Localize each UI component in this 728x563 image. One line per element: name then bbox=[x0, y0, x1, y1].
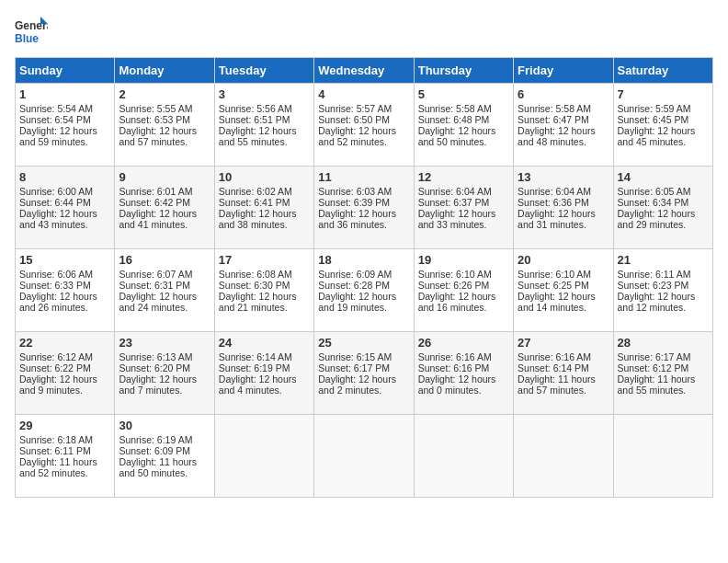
daylight-text: Daylight: 12 hours and 26 minutes. bbox=[19, 291, 97, 313]
sunrise-text: Sunrise: 6:03 AM bbox=[318, 186, 392, 197]
sunset-text: Sunset: 6:33 PM bbox=[19, 280, 91, 291]
sunset-text: Sunset: 6:34 PM bbox=[618, 197, 689, 208]
calendar-cell: 3 Sunrise: 5:56 AM Sunset: 6:51 PM Dayli… bbox=[214, 84, 313, 167]
calendar-week-row: 15 Sunrise: 6:06 AM Sunset: 6:33 PM Dayl… bbox=[16, 249, 713, 332]
calendar-cell: 30 Sunrise: 6:19 AM Sunset: 6:09 PM Dayl… bbox=[115, 415, 214, 498]
sunset-text: Sunset: 6:31 PM bbox=[119, 280, 190, 291]
sunrise-text: Sunrise: 6:07 AM bbox=[119, 269, 192, 280]
sunrise-text: Sunrise: 5:57 AM bbox=[318, 103, 392, 114]
calendar-cell: 20 Sunrise: 6:10 AM Sunset: 6:25 PM Dayl… bbox=[514, 249, 613, 332]
calendar-cell: 17 Sunrise: 6:08 AM Sunset: 6:30 PM Dayl… bbox=[214, 249, 313, 332]
calendar-week-row: 8 Sunrise: 6:00 AM Sunset: 6:44 PM Dayli… bbox=[16, 167, 713, 249]
sunset-text: Sunset: 6:25 PM bbox=[518, 280, 589, 291]
sunset-text: Sunset: 6:22 PM bbox=[19, 362, 91, 373]
sunrise-text: Sunrise: 6:05 AM bbox=[618, 186, 691, 197]
calendar-cell: 26 Sunrise: 6:16 AM Sunset: 6:16 PM Dayl… bbox=[414, 332, 513, 415]
calendar-cell: 6 Sunrise: 5:58 AM Sunset: 6:47 PM Dayli… bbox=[514, 84, 613, 167]
daylight-text: Daylight: 12 hours and 48 minutes. bbox=[518, 125, 596, 147]
header-monday: Monday bbox=[115, 58, 214, 84]
sunrise-text: Sunrise: 6:06 AM bbox=[19, 269, 93, 280]
calendar-cell: 16 Sunrise: 6:07 AM Sunset: 6:31 PM Dayl… bbox=[115, 249, 214, 332]
sunrise-text: Sunrise: 6:14 AM bbox=[219, 351, 292, 362]
calendar-week-row: 29 Sunrise: 6:18 AM Sunset: 6:11 PM Dayl… bbox=[16, 415, 713, 498]
sunset-text: Sunset: 6:37 PM bbox=[418, 197, 490, 208]
calendar-cell: 10 Sunrise: 6:02 AM Sunset: 6:41 PM Dayl… bbox=[214, 167, 313, 249]
sunset-text: Sunset: 6:53 PM bbox=[119, 114, 190, 125]
day-number: 24 bbox=[219, 336, 310, 350]
calendar-cell: 25 Sunrise: 6:15 AM Sunset: 6:17 PM Dayl… bbox=[314, 332, 414, 415]
day-number: 17 bbox=[219, 253, 310, 267]
sunset-text: Sunset: 6:19 PM bbox=[219, 362, 290, 373]
daylight-text: Daylight: 12 hours and 21 minutes. bbox=[219, 291, 297, 313]
page-header: General Blue bbox=[15, 15, 713, 48]
sunrise-text: Sunrise: 6:19 AM bbox=[119, 434, 192, 445]
day-number: 21 bbox=[618, 253, 709, 267]
calendar-cell: 23 Sunrise: 6:13 AM Sunset: 6:20 PM Dayl… bbox=[115, 332, 214, 415]
daylight-text: Daylight: 12 hours and 2 minutes. bbox=[318, 373, 396, 396]
daylight-text: Daylight: 11 hours and 52 minutes. bbox=[19, 456, 97, 478]
sunrise-text: Sunrise: 6:00 AM bbox=[19, 186, 93, 197]
sunset-text: Sunset: 6:36 PM bbox=[518, 197, 589, 208]
day-number: 13 bbox=[518, 170, 609, 184]
daylight-text: Daylight: 12 hours and 41 minutes. bbox=[119, 208, 197, 230]
day-number: 6 bbox=[518, 87, 609, 101]
day-number: 26 bbox=[418, 336, 509, 350]
day-number: 16 bbox=[119, 253, 210, 267]
day-number: 22 bbox=[19, 336, 110, 350]
header-saturday: Saturday bbox=[613, 58, 712, 84]
calendar-cell: 14 Sunrise: 6:05 AM Sunset: 6:34 PM Dayl… bbox=[613, 167, 712, 249]
sunset-text: Sunset: 6:14 PM bbox=[518, 362, 589, 373]
day-number: 29 bbox=[19, 419, 110, 432]
calendar-cell: 29 Sunrise: 6:18 AM Sunset: 6:11 PM Dayl… bbox=[16, 415, 115, 498]
day-number: 3 bbox=[219, 87, 310, 101]
sunset-text: Sunset: 6:50 PM bbox=[318, 114, 390, 125]
daylight-text: Daylight: 12 hours and 29 minutes. bbox=[618, 208, 696, 230]
logo-svg: General Blue bbox=[15, 15, 48, 48]
daylight-text: Daylight: 12 hours and 16 minutes. bbox=[418, 291, 496, 313]
calendar-week-row: 1 Sunrise: 5:54 AM Sunset: 6:54 PM Dayli… bbox=[16, 84, 713, 167]
daylight-text: Daylight: 12 hours and 45 minutes. bbox=[618, 125, 696, 147]
sunrise-text: Sunrise: 5:54 AM bbox=[19, 103, 93, 114]
daylight-text: Daylight: 11 hours and 57 minutes. bbox=[518, 373, 596, 396]
daylight-text: Daylight: 11 hours and 50 minutes. bbox=[119, 456, 197, 478]
sunrise-text: Sunrise: 6:12 AM bbox=[19, 351, 93, 362]
sunrise-text: Sunrise: 5:58 AM bbox=[418, 103, 492, 114]
sunrise-text: Sunrise: 6:16 AM bbox=[418, 351, 492, 362]
sunset-text: Sunset: 6:54 PM bbox=[19, 114, 91, 125]
calendar-cell: 28 Sunrise: 6:17 AM Sunset: 6:12 PM Dayl… bbox=[613, 332, 712, 415]
calendar-cell: 4 Sunrise: 5:57 AM Sunset: 6:50 PM Dayli… bbox=[314, 84, 414, 167]
day-number: 27 bbox=[518, 336, 609, 350]
sunrise-text: Sunrise: 6:17 AM bbox=[618, 351, 691, 362]
sunrise-text: Sunrise: 6:04 AM bbox=[418, 186, 492, 197]
calendar-cell: 15 Sunrise: 6:06 AM Sunset: 6:33 PM Dayl… bbox=[16, 249, 115, 332]
daylight-text: Daylight: 12 hours and 52 minutes. bbox=[318, 125, 396, 147]
sunrise-text: Sunrise: 6:13 AM bbox=[119, 351, 192, 362]
day-number: 20 bbox=[518, 253, 609, 267]
calendar-cell: 2 Sunrise: 5:55 AM Sunset: 6:53 PM Dayli… bbox=[115, 84, 214, 167]
day-number: 28 bbox=[618, 336, 709, 350]
calendar-cell: 13 Sunrise: 6:04 AM Sunset: 6:36 PM Dayl… bbox=[514, 167, 613, 249]
sunset-text: Sunset: 6:48 PM bbox=[418, 114, 490, 125]
calendar-cell: 11 Sunrise: 6:03 AM Sunset: 6:39 PM Dayl… bbox=[314, 167, 414, 249]
sunrise-text: Sunrise: 5:59 AM bbox=[618, 103, 691, 114]
calendar-cell bbox=[514, 415, 613, 498]
sunset-text: Sunset: 6:44 PM bbox=[19, 197, 91, 208]
daylight-text: Daylight: 12 hours and 59 minutes. bbox=[19, 125, 97, 147]
sunset-text: Sunset: 6:12 PM bbox=[618, 362, 689, 373]
sunset-text: Sunset: 6:28 PM bbox=[318, 280, 390, 291]
calendar-week-row: 22 Sunrise: 6:12 AM Sunset: 6:22 PM Dayl… bbox=[16, 332, 713, 415]
daylight-text: Daylight: 12 hours and 36 minutes. bbox=[318, 208, 396, 230]
daylight-text: Daylight: 12 hours and 57 minutes. bbox=[119, 125, 197, 147]
sunset-text: Sunset: 6:42 PM bbox=[119, 197, 190, 208]
daylight-text: Daylight: 12 hours and 33 minutes. bbox=[418, 208, 496, 230]
day-number: 15 bbox=[19, 253, 110, 267]
day-number: 30 bbox=[119, 419, 210, 432]
calendar-cell bbox=[613, 415, 712, 498]
calendar-cell: 21 Sunrise: 6:11 AM Sunset: 6:23 PM Dayl… bbox=[613, 249, 712, 332]
header-sunday: Sunday bbox=[16, 58, 115, 84]
calendar-cell: 8 Sunrise: 6:00 AM Sunset: 6:44 PM Dayli… bbox=[16, 167, 115, 249]
daylight-text: Daylight: 12 hours and 7 minutes. bbox=[119, 373, 197, 396]
sunset-text: Sunset: 6:17 PM bbox=[318, 362, 390, 373]
sunset-text: Sunset: 6:09 PM bbox=[119, 445, 190, 456]
calendar-table: SundayMondayTuesdayWednesdayThursdayFrid… bbox=[15, 57, 713, 498]
